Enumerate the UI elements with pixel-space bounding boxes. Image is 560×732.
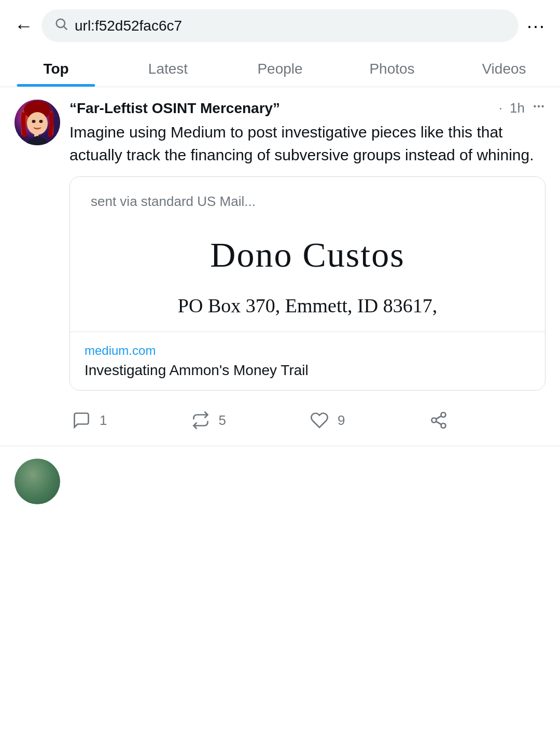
- avatar-partial[interactable]: [15, 459, 60, 504]
- card-caption: sent via standard US Mail...: [91, 194, 524, 210]
- card-image-area: sent via standard US Mail... Dono Custos…: [70, 177, 545, 332]
- search-tabs: Top Latest People Photos Videos: [0, 49, 560, 87]
- svg-point-5: [32, 120, 36, 123]
- svg-line-15: [436, 416, 441, 419]
- search-bar[interactable]: url:f52d52fac6c7: [41, 9, 519, 42]
- svg-point-6: [39, 120, 43, 123]
- retweet-button[interactable]: 5: [189, 403, 308, 437]
- avatar[interactable]: [15, 100, 60, 145]
- retweet-icon: [189, 408, 213, 432]
- svg-point-8: [534, 105, 536, 107]
- retweet-count: 5: [219, 412, 226, 429]
- reply-button[interactable]: 1: [69, 403, 189, 437]
- svg-line-1: [64, 26, 66, 29]
- reply-icon: [69, 408, 93, 432]
- share-button[interactable]: [427, 403, 546, 437]
- tweet-text: Imagine using Medium to post investigati…: [69, 121, 545, 166]
- link-card[interactable]: sent via standard US Mail... Dono Custos…: [69, 176, 545, 391]
- more-options-button[interactable]: ···: [527, 15, 545, 37]
- search-icon: [54, 17, 68, 35]
- tab-latest[interactable]: Latest: [112, 49, 224, 87]
- svg-point-11: [441, 412, 445, 417]
- svg-point-10: [541, 105, 543, 107]
- tab-videos[interactable]: Videos: [448, 49, 560, 87]
- card-link-title: Investigating Ammon's Money Trail: [85, 362, 530, 379]
- tweet-actions: 1 5 9: [69, 400, 545, 437]
- share-icon: [427, 408, 451, 432]
- svg-line-14: [436, 421, 441, 424]
- tab-photos[interactable]: Photos: [336, 49, 448, 87]
- tab-people[interactable]: People: [224, 49, 336, 87]
- like-count: 9: [338, 412, 345, 429]
- tweet-time: 1h: [510, 100, 525, 116]
- dot-separator: ·: [499, 100, 502, 116]
- tweet-more-button[interactable]: [532, 100, 545, 117]
- card-meta: medium.com Investigating Ammon's Money T…: [70, 332, 545, 390]
- svg-point-12: [431, 418, 436, 423]
- svg-point-4: [27, 112, 48, 135]
- reply-count: 1: [100, 412, 107, 429]
- card-title: Dono Custos: [91, 234, 524, 275]
- tweet-body: “Far-Leftist OSINT Mercenary” · 1h Imagi…: [69, 100, 545, 437]
- search-query: url:f52d52fac6c7: [75, 18, 506, 34]
- heart-icon: [307, 408, 331, 432]
- tweet-author[interactable]: “Far-Leftist OSINT Mercenary”: [69, 100, 492, 117]
- top-bar: ← url:f52d52fac6c7 ···: [0, 0, 560, 49]
- tweet-item: “Far-Leftist OSINT Mercenary” · 1h Imagi…: [0, 87, 560, 446]
- tweet-item-partial: [0, 446, 560, 513]
- like-button[interactable]: 9: [307, 403, 427, 437]
- card-address: PO Box 370, Emmett, ID 83617,: [91, 294, 524, 317]
- back-button[interactable]: ←: [15, 17, 33, 35]
- svg-point-13: [441, 423, 445, 428]
- tab-top[interactable]: Top: [0, 49, 112, 87]
- svg-point-9: [538, 105, 540, 107]
- card-source: medium.com: [85, 343, 530, 358]
- tweet-header: “Far-Leftist OSINT Mercenary” · 1h: [69, 100, 545, 117]
